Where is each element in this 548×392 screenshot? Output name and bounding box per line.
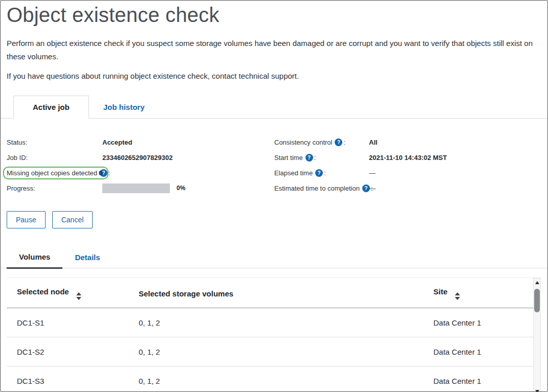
consistency-label: Consistency control ? : bbox=[274, 139, 369, 146]
scroll-up-button[interactable] bbox=[534, 279, 540, 286]
column-header-selected-node[interactable]: Selected node bbox=[7, 278, 128, 308]
start-time-colon: : bbox=[314, 154, 316, 162]
elapsed-time-label-text: Elapsed time bbox=[274, 169, 313, 177]
job-status-panel: Status: Accepted Job ID: 233460265290782… bbox=[7, 119, 541, 196]
scrollbar-thumb[interactable] bbox=[534, 289, 540, 312]
status-value: Accepted bbox=[102, 139, 133, 146]
job-actions: Pause Cancel bbox=[7, 211, 541, 228]
intro-section: Perform an object existence check if you… bbox=[7, 37, 541, 88]
scroll-down-icon bbox=[535, 390, 539, 391]
start-time-label-text: Start time bbox=[274, 154, 303, 162]
job-tabs: Active job Job history bbox=[1, 96, 547, 119]
consistency-row: Consistency control ? : All bbox=[274, 134, 541, 150]
job-id-value: 2334602652907829302 bbox=[102, 154, 172, 162]
consistency-value: All bbox=[369, 139, 378, 146]
progress-label: Progress: bbox=[7, 185, 102, 192]
cell-site: Data Center 1 bbox=[423, 366, 534, 391]
intro-paragraph-2: If you have questions about running obje… bbox=[7, 70, 541, 83]
table-row: DC1-S1 0, 1, 2 Data Center 1 bbox=[7, 308, 534, 337]
consistency-label-text: Consistency control bbox=[274, 139, 332, 146]
tab-job-history[interactable]: Job history bbox=[89, 96, 159, 118]
elapsed-time-label: Elapsed time ? : bbox=[274, 169, 369, 177]
help-icon[interactable]: ? bbox=[335, 139, 342, 146]
elapsed-time-row: Elapsed time ? : — bbox=[274, 165, 541, 180]
start-time-label: Start time ? : bbox=[274, 154, 369, 162]
progress-percent: 0% bbox=[177, 185, 185, 192]
detail-tabs: Volumes Details bbox=[1, 247, 547, 268]
job-status-left-column: Status: Accepted Job ID: 233460265290782… bbox=[7, 134, 274, 196]
cell-selected-storage-volumes: 0, 1, 2 bbox=[128, 337, 423, 366]
missing-copies-colon: : bbox=[108, 169, 111, 177]
progress-bar bbox=[102, 183, 170, 193]
scroll-down-button[interactable] bbox=[534, 388, 540, 391]
table-header-row: Selected node Selected storage volumes S… bbox=[7, 278, 534, 308]
cell-selected-storage-volumes: 0, 1, 2 bbox=[128, 366, 423, 391]
column-header-label: Selected node bbox=[17, 287, 69, 296]
tab-details[interactable]: Details bbox=[62, 248, 112, 268]
missing-copies-label-text: Missing object copies detected bbox=[7, 169, 97, 177]
table-row: DC1-S3 0, 1, 2 Data Center 1 bbox=[7, 366, 534, 391]
column-header-label: Selected storage volumes bbox=[139, 289, 233, 298]
pause-button[interactable]: Pause bbox=[7, 211, 46, 228]
consistency-colon: : bbox=[343, 139, 345, 146]
start-time-row: Start time ? : 2021-11-10 14:43:02 MST bbox=[274, 150, 541, 165]
start-time-value: 2021-11-10 14:43:02 MST bbox=[369, 154, 447, 162]
cancel-button[interactable]: Cancel bbox=[52, 211, 93, 228]
tab-active-job[interactable]: Active job bbox=[13, 96, 89, 119]
scroll-up-icon bbox=[535, 281, 539, 284]
elapsed-time-value: — bbox=[369, 169, 376, 177]
volumes-table: Selected node Selected storage volumes S… bbox=[7, 278, 534, 391]
missing-copies-highlight: Missing object copies detected ? : 0 bbox=[3, 167, 108, 179]
cell-selected-node: DC1-S3 bbox=[7, 366, 128, 391]
cell-site: Data Center 1 bbox=[423, 337, 534, 366]
estimated-time-value: — bbox=[369, 185, 376, 192]
sort-icon[interactable] bbox=[76, 292, 81, 300]
sort-icon[interactable] bbox=[455, 292, 460, 300]
help-icon[interactable]: ? bbox=[315, 169, 323, 177]
elapsed-time-colon: : bbox=[324, 169, 326, 177]
missing-copies-label: Missing object copies detected ? : bbox=[7, 169, 99, 177]
estimated-time-label-text: Estimated time to completion bbox=[274, 185, 360, 192]
status-label: Status: bbox=[7, 139, 102, 146]
intro-paragraph-1: Perform an object existence check if you… bbox=[7, 37, 541, 63]
help-icon[interactable]: ? bbox=[305, 154, 313, 162]
vertical-scrollbar[interactable] bbox=[533, 278, 541, 391]
cell-selected-node: DC1-S2 bbox=[7, 337, 128, 366]
cell-selected-node: DC1-S1 bbox=[7, 308, 128, 337]
column-header-label: Site bbox=[433, 287, 448, 296]
status-row: Status: Accepted bbox=[7, 134, 274, 150]
tab-volumes[interactable]: Volumes bbox=[7, 247, 62, 269]
job-status-right-column: Consistency control ? : All Start time ?… bbox=[274, 134, 541, 196]
estimated-time-label: Estimated time to completion ? : bbox=[274, 185, 369, 192]
missing-copies-value: 0 bbox=[99, 169, 102, 177]
job-id-label: Job ID: bbox=[7, 154, 102, 162]
cell-site: Data Center 1 bbox=[423, 308, 534, 337]
cell-selected-storage-volumes: 0, 1, 2 bbox=[128, 308, 423, 337]
table-row: DC1-S2 0, 1, 2 Data Center 1 bbox=[7, 337, 534, 366]
missing-copies-row: Missing object copies detected ? : 0 bbox=[7, 165, 274, 180]
column-header-site[interactable]: Site bbox=[423, 278, 534, 308]
progress-row: Progress: 0% bbox=[7, 180, 274, 196]
column-header-selected-storage-volumes: Selected storage volumes bbox=[128, 278, 423, 308]
job-id-row: Job ID: 2334602652907829302 bbox=[7, 150, 274, 165]
page-title: Object existence check bbox=[7, 4, 541, 27]
estimated-time-row: Estimated time to completion ? : — bbox=[274, 180, 541, 196]
volumes-table-section: Selected node Selected storage volumes S… bbox=[7, 278, 541, 391]
page-container: Object existence check Perform an object… bbox=[1, 1, 547, 391]
